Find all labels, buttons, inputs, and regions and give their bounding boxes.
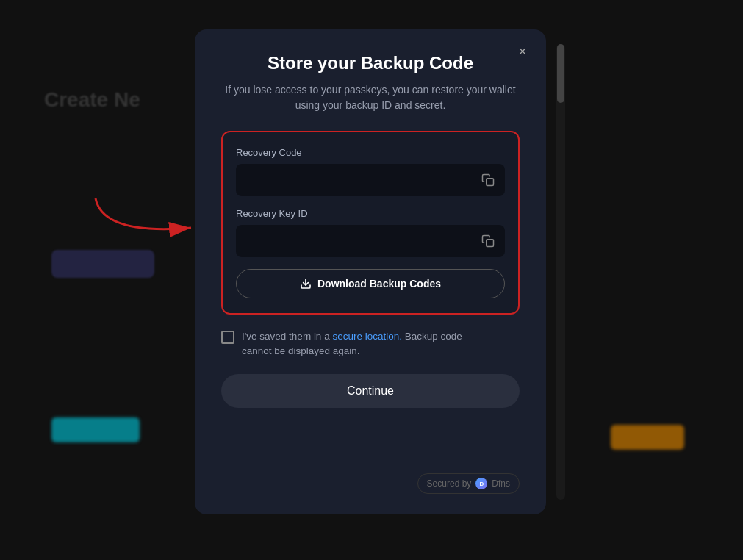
copy-recovery-key-id-button[interactable] — [480, 233, 496, 249]
close-button[interactable]: × — [512, 41, 533, 62]
download-icon — [300, 278, 312, 290]
modal-title: Store your Backup Code — [268, 53, 473, 73]
bg-orange-button — [611, 425, 684, 450]
bg-text: Create Ne — [44, 88, 140, 112]
modal-container: × Store your Backup Code If you lose acc… — [195, 29, 546, 514]
recovery-code-field — [236, 164, 505, 196]
copy-icon-2 — [481, 234, 495, 248]
recovery-key-id-field — [236, 225, 505, 257]
secured-by-label: Secured by — [427, 478, 472, 489]
bg-cyan-button — [51, 417, 140, 442]
download-backup-codes-label: Download Backup Codes — [317, 278, 441, 290]
secure-location-link[interactable]: secure location. — [332, 331, 402, 342]
secured-by-badge: Secured by D Dfns — [417, 473, 520, 494]
checkbox-text: I've saved them in a secure location. Ba… — [242, 329, 462, 359]
recovery-box: Recovery Code Recovery Key ID — [221, 131, 520, 315]
download-backup-codes-button[interactable]: Download Backup Codes — [236, 269, 505, 298]
copy-icon — [481, 173, 495, 187]
recovery-code-label: Recovery Code — [236, 147, 505, 158]
svg-rect-1 — [487, 179, 494, 186]
recovery-key-id-label: Recovery Key ID — [236, 208, 505, 219]
bg-button-left — [51, 250, 154, 278]
scrollbar-thumb[interactable] — [557, 44, 564, 103]
scrollbar-track[interactable] — [556, 44, 565, 500]
dfns-logo-icon: D — [475, 478, 487, 489]
continue-button[interactable]: Continue — [221, 374, 520, 408]
saved-checkbox[interactable] — [221, 331, 234, 344]
copy-recovery-code-button[interactable] — [480, 172, 496, 188]
arrow-indicator — [88, 191, 198, 250]
svg-rect-2 — [487, 240, 494, 247]
saved-confirmation-row: I've saved them in a secure location. Ba… — [221, 329, 520, 359]
modal-subtitle: If you lose access to your passkeys, you… — [221, 82, 520, 113]
checkbox-text-before: I've saved them in a — [242, 331, 332, 342]
dfns-brand-label: Dfns — [492, 478, 510, 489]
